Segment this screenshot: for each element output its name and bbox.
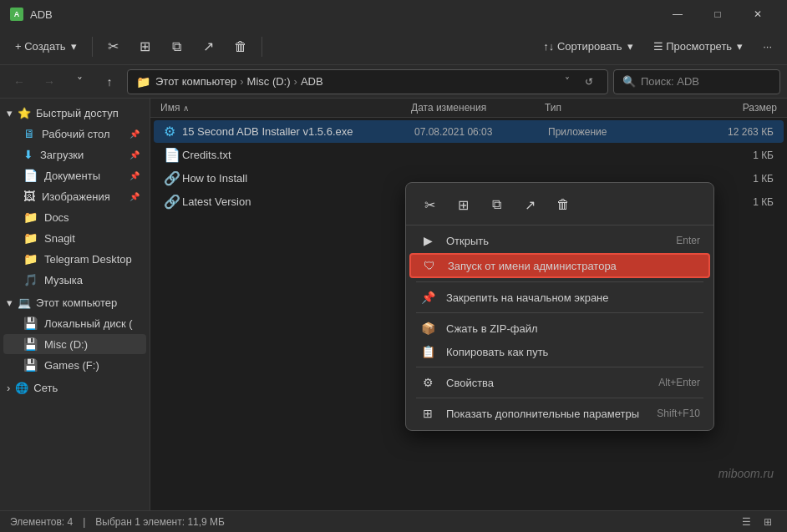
ctx-runas-label: Запуск от имени администратора [448, 260, 698, 272]
ctx-properties-label: Свойства [446, 377, 648, 389]
col-type-header[interactable]: Тип [545, 102, 670, 114]
ctx-item-properties[interactable]: ⚙ Свойства Alt+Enter [406, 371, 713, 394]
ctx-item-open[interactable]: ▶ Открыть Enter [406, 229, 713, 252]
breadcrumb-sep-2: › [294, 75, 297, 88]
ctx-item-pin[interactable]: 📌 Закрепить на начальном экране [406, 286, 713, 309]
ctx-cut-button[interactable]: ✂ [416, 191, 443, 218]
ctx-delete-button[interactable]: 🗑 [550, 191, 576, 218]
ctx-moreparams-shortcut: Shift+F10 [657, 408, 700, 419]
minimize-button[interactable]: — [658, 0, 697, 28]
sort-button[interactable]: ↑↓ Сортировать ▾ [535, 36, 641, 57]
sidebar-item-downloads-label: Загрузки [40, 149, 84, 161]
ctx-zip-icon: 📦 [419, 322, 436, 335]
sidebar-item-snagit[interactable]: 📁 Snagit [3, 228, 146, 248]
more-button[interactable]: ··· [754, 36, 780, 57]
view-tiles-button[interactable]: ⊞ [759, 513, 777, 531]
quick-access-header[interactable]: ▾ ⭐ Быстрый доступ [0, 104, 150, 123]
telegram-icon: 📁 [23, 252, 38, 266]
ctx-item-copypath[interactable]: 📋 Копировать как путь [406, 340, 713, 363]
sidebar-item-music-label: Музыка [44, 274, 83, 286]
ctx-paste-button[interactable]: ⧉ [483, 191, 510, 218]
file-list-header: Имя ∧ Дата изменения Тип Размер [150, 99, 787, 118]
file-name-latest: Latest Version [182, 195, 414, 208]
col-size-header[interactable]: Размер [670, 102, 777, 114]
search-box[interactable]: 🔍 Поиск: ADB [613, 69, 780, 94]
ctx-copypath-icon: 📋 [419, 345, 436, 358]
network-label: Сеть [33, 382, 58, 394]
cut-button[interactable]: ✂ [99, 33, 128, 61]
sort-label: ↑↓ Сортировать [543, 40, 622, 53]
share-button[interactable]: ↗ [195, 33, 223, 61]
view-button[interactable]: ☰ Просмотреть ▾ [645, 36, 752, 57]
address-refresh-button[interactable]: ↺ [579, 72, 599, 92]
address-folder-icon: 📁 [136, 75, 150, 89]
sidebar-item-desktop[interactable]: 🖥 Рабочий стол 📌 [3, 124, 146, 144]
sidebar-item-pictures[interactable]: 🖼 Изображения 📌 [3, 186, 146, 206]
sidebar-item-telegram[interactable]: 📁 Telegram Desktop [3, 249, 146, 269]
maximize-button[interactable]: □ [698, 0, 737, 28]
ctx-item-zip[interactable]: 📦 Сжать в ZIP-файл [406, 317, 713, 340]
file-icon-exe: ⚙ [164, 124, 182, 139]
nav-up-button[interactable]: ↑ [97, 69, 122, 94]
address-actions: ˅ ↺ [557, 72, 599, 92]
docs-icon: 📁 [23, 210, 38, 224]
view-label: ☰ Просмотреть [653, 40, 733, 53]
paste-button[interactable]: ⧉ [163, 33, 191, 61]
ctx-properties-icon: ⚙ [419, 376, 436, 389]
ctx-share-button[interactable]: ↗ [516, 191, 543, 218]
ctx-open-shortcut: Enter [676, 235, 700, 246]
ctx-item-runas[interactable]: 🛡 Запуск от имени администратора [409, 253, 710, 278]
address-bar-row: ← → ˅ ↑ 📁 Этот компьютер › Misc (D:) › A… [0, 65, 787, 99]
copy-button[interactable]: ⊞ [131, 33, 160, 61]
nav-forward-button[interactable]: → [37, 69, 62, 94]
col-name-header[interactable]: Имя ∧ [160, 102, 411, 114]
ctx-moreparams-icon: ⊞ [419, 407, 436, 420]
close-button[interactable]: ✕ [739, 0, 777, 28]
sidebar-item-misc[interactable]: 💾 Misc (D:) [3, 334, 146, 354]
nav-down-button[interactable]: ˅ [67, 69, 92, 94]
file-icon-howto: 🔗 [164, 170, 182, 186]
sidebar-item-downloads[interactable]: ⬇ Загрузки 📌 [3, 144, 146, 165]
toolbar: + Создать ▾ ✂ ⊞ ⧉ ↗ 🗑 ↑↓ Сортировать ▾ ☰… [0, 28, 787, 65]
quick-access-label: Быстрый доступ [36, 107, 119, 119]
context-menu-mini-toolbar: ✂ ⊞ ⧉ ↗ 🗑 [406, 188, 713, 225]
view-details-button[interactable]: ☰ [737, 513, 755, 531]
quick-access-star-icon: ⭐ [18, 107, 31, 119]
network-icon: 🌐 [15, 382, 28, 394]
toolbar-separator-2 [261, 37, 262, 57]
nav-back-button[interactable]: ← [7, 69, 32, 94]
this-computer-header[interactable]: ▾ 💻 Этот компьютер [0, 293, 150, 312]
context-menu: ✂ ⊞ ⧉ ↗ 🗑 ▶ Открыть Enter 🛡 Запуск от им… [405, 182, 714, 431]
sidebar-item-local-disk[interactable]: 💾 Локальный диск ( [3, 313, 146, 333]
col-date-header[interactable]: Дата изменения [411, 102, 545, 114]
status-separator: | [83, 516, 85, 528]
file-item-exe[interactable]: ⚙ 15 Second ADB Installer v1.5.6.exe 07.… [154, 120, 784, 143]
delete-button[interactable]: 🗑 [226, 33, 255, 61]
misc-icon: 💾 [23, 337, 38, 351]
sidebar-item-music[interactable]: 🎵 Музыка [3, 270, 146, 290]
sidebar-item-documents[interactable]: 📄 Документы 📌 [3, 165, 146, 185]
ctx-properties-shortcut: Alt+Enter [658, 377, 700, 388]
search-placeholder: Поиск: ADB [641, 75, 699, 88]
address-box[interactable]: 📁 Этот компьютер › Misc (D:) › ADB ˅ ↺ [127, 69, 608, 94]
sidebar-item-games[interactable]: 💾 Games (F:) [3, 355, 146, 375]
network-header[interactable]: › 🌐 Сеть [0, 378, 150, 398]
search-icon: 🔍 [622, 75, 636, 88]
sidebar-item-docs[interactable]: 📁 Docs [3, 207, 146, 227]
ctx-moreparams-label: Показать дополнительные параметры [446, 408, 647, 420]
status-selected: Выбран 1 элемент: 11,9 МБ [95, 516, 225, 528]
file-item-txt[interactable]: 📄 Credits.txt 1 КБ [154, 144, 784, 166]
status-count: Элементов: 4 [10, 516, 73, 528]
file-size-exe: 12 263 КБ [673, 126, 774, 138]
create-arrow: ▾ [71, 40, 77, 53]
title-bar-controls: — □ ✕ [658, 0, 777, 28]
sidebar-item-misc-label: Misc (D:) [44, 338, 88, 351]
file-icon-txt: 📄 [164, 147, 182, 163]
documents-pin-icon: 📌 [129, 171, 140, 180]
address-dropdown-button[interactable]: ˅ [557, 72, 577, 92]
quick-access-section: ▾ ⭐ Быстрый доступ 🖥 Рабочий стол 📌 ⬇ За… [0, 104, 150, 290]
ctx-item-more-params[interactable]: ⊞ Показать дополнительные параметры Shif… [406, 402, 713, 425]
ctx-copy-button[interactable]: ⊞ [449, 191, 476, 218]
breadcrumb-misc: Misc (D:) [247, 75, 291, 88]
create-button[interactable]: + Создать ▾ [7, 36, 85, 57]
